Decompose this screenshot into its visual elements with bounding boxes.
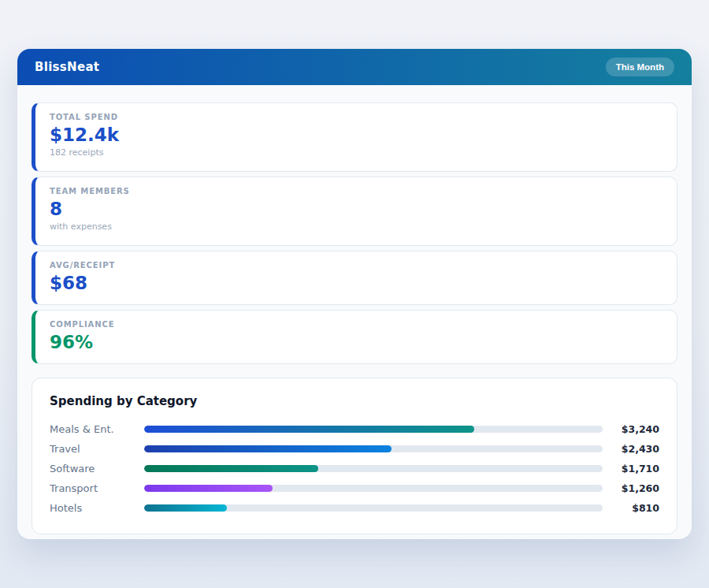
bar-fill-software (144, 465, 318, 472)
category-label: Hotels (50, 502, 144, 514)
spending-by-category-panel: Spending by Category Meals & Ent. $3,240… (32, 378, 677, 534)
stat-card-compliance: COMPLIANCE 96% (32, 310, 677, 364)
dashboard-content: TOTAL SPEND $12.4k 182 receipts TEAM MEM… (17, 85, 692, 539)
period-filter-badge[interactable]: This Month (606, 58, 674, 76)
stat-card-total-spend: TOTAL SPEND $12.4k 182 receipts (32, 102, 677, 172)
category-row-travel: Travel $2,430 (50, 439, 659, 459)
stat-value: 96% (50, 331, 663, 354)
bar-fill-hotels (144, 504, 227, 512)
app-header: BlissNeat This Month (17, 49, 692, 85)
bar-track (144, 485, 603, 492)
category-row-hotels: Hotels $810 (50, 498, 659, 518)
stat-card-avg-receipt: AVG/RECEIPT $68 (32, 251, 677, 305)
bar-track (144, 504, 603, 512)
category-value: $1,260 (603, 482, 659, 494)
category-row-software: Software $1,710 (50, 459, 659, 478)
category-row-meals: Meals & Ent. $3,240 (50, 419, 659, 439)
stat-value: $68 (50, 272, 663, 295)
bar-track (144, 465, 603, 472)
category-row-transport: Transport $1,260 (50, 478, 659, 498)
category-value: $3,240 (603, 423, 659, 435)
bar-fill-travel (144, 445, 392, 452)
stat-subtext: with expenses (50, 221, 663, 232)
stat-label: AVG/RECEIPT (50, 261, 663, 270)
category-label: Travel (50, 443, 144, 455)
category-label: Meals & Ent. (50, 423, 144, 435)
bar-fill-transport (144, 485, 273, 492)
category-value: $2,430 (603, 443, 659, 455)
stat-card-team-members: TEAM MEMBERS 8 with expenses (32, 177, 677, 246)
category-label: Software (50, 463, 144, 474)
stat-label: TOTAL SPEND (50, 113, 663, 121)
dashboard-card: BlissNeat This Month TOTAL SPEND $12.4k … (17, 49, 692, 539)
stat-label: COMPLIANCE (50, 320, 663, 329)
stat-subtext: 182 receipts (50, 147, 663, 158)
stat-value: 8 (50, 198, 663, 221)
stat-label: TEAM MEMBERS (50, 187, 663, 195)
stat-value: $12.4k (50, 124, 663, 147)
section-title: Spending by Category (50, 394, 659, 408)
app-brand-title: BlissNeat (35, 60, 99, 74)
bar-track (144, 426, 603, 433)
category-value: $1,710 (603, 463, 659, 474)
category-label: Transport (50, 482, 144, 494)
category-value: $810 (603, 502, 659, 514)
bar-track (144, 445, 603, 452)
bar-fill-meals (144, 426, 474, 433)
